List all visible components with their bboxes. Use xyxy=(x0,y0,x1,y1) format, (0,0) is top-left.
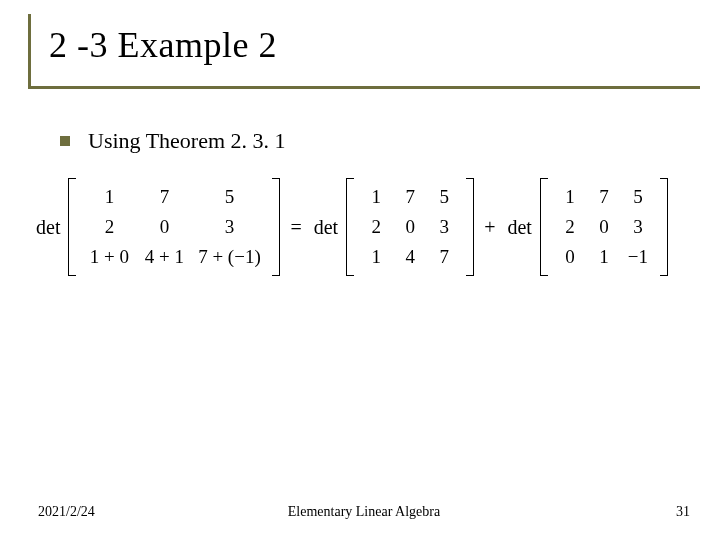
bullet-square-icon xyxy=(60,136,70,146)
matrix-a: 1 7 5 2 0 3 1 + 0 4 + 1 7 + (−1) xyxy=(68,178,280,276)
matrix-cell: 1 xyxy=(556,186,584,208)
footer: 2021/2/24 Elementary Linear Algebra 31 xyxy=(0,504,720,520)
matrix-b-body: 1 7 5 2 0 3 1 4 7 xyxy=(356,178,464,276)
matrix-a-body: 1 7 5 2 0 3 1 + 0 4 + 1 7 + (−1) xyxy=(78,178,270,276)
bullet-item: Using Theorem 2. 3. 1 xyxy=(60,128,286,154)
matrix-cell: 0 xyxy=(134,216,194,238)
footer-date: 2021/2/24 xyxy=(38,504,255,520)
matrix-cell: 3 xyxy=(430,216,458,238)
matrix-c: 1 7 5 2 0 3 0 1 −1 xyxy=(540,178,668,276)
matrix-cell: 5 xyxy=(624,186,652,208)
bullet-text: Using Theorem 2. 3. 1 xyxy=(88,128,286,154)
slide-title: 2 -3 Example 2 xyxy=(49,24,682,66)
matrix-cell: 2 xyxy=(362,216,390,238)
matrix-cell: 2 xyxy=(556,216,584,238)
matrix-cell: 3 xyxy=(194,216,264,238)
matrix-cell: 4 + 1 xyxy=(134,246,194,268)
matrix-cell: 0 xyxy=(396,216,424,238)
footer-page-number: 31 xyxy=(473,504,690,520)
matrix-cell: 1 + 0 xyxy=(84,246,134,268)
footer-title: Elementary Linear Algebra xyxy=(255,504,472,520)
slide: 2 -3 Example 2 Using Theorem 2. 3. 1 det… xyxy=(0,0,720,540)
bracket-left-icon xyxy=(540,178,548,276)
matrix-cell: 1 xyxy=(590,246,618,268)
det-label-b: det xyxy=(314,216,338,239)
det-label-c: det xyxy=(507,216,531,239)
matrix-cell: 5 xyxy=(194,186,264,208)
title-container: 2 -3 Example 2 xyxy=(28,14,700,89)
matrix-cell: 0 xyxy=(590,216,618,238)
matrix-cell: 1 xyxy=(362,186,390,208)
bracket-right-icon xyxy=(466,178,474,276)
matrix-cell: 7 xyxy=(430,246,458,268)
matrix-cell: 2 xyxy=(84,216,134,238)
matrix-cell: 1 xyxy=(362,246,390,268)
matrix-cell: 7 xyxy=(590,186,618,208)
matrix-b: 1 7 5 2 0 3 1 4 7 xyxy=(346,178,474,276)
bracket-right-icon xyxy=(660,178,668,276)
matrix-cell: −1 xyxy=(624,246,652,268)
bracket-left-icon xyxy=(68,178,76,276)
matrix-cell: 0 xyxy=(556,246,584,268)
matrix-cell: 7 xyxy=(396,186,424,208)
matrix-cell: 5 xyxy=(430,186,458,208)
matrix-cell: 1 xyxy=(84,186,134,208)
matrix-cell: 7 + (−1) xyxy=(194,246,264,268)
det-label-left: det xyxy=(36,216,60,239)
bracket-right-icon xyxy=(272,178,280,276)
matrix-cell: 4 xyxy=(396,246,424,268)
matrix-c-body: 1 7 5 2 0 3 0 1 −1 xyxy=(550,178,658,276)
matrix-cell: 3 xyxy=(624,216,652,238)
matrix-cell: 7 xyxy=(134,186,194,208)
equals-sign: = xyxy=(290,216,301,239)
bracket-left-icon xyxy=(346,178,354,276)
plus-sign: + xyxy=(484,216,495,239)
equation: det 1 7 5 2 0 3 1 + 0 4 + 1 7 + (−1) = d… xyxy=(34,178,700,276)
